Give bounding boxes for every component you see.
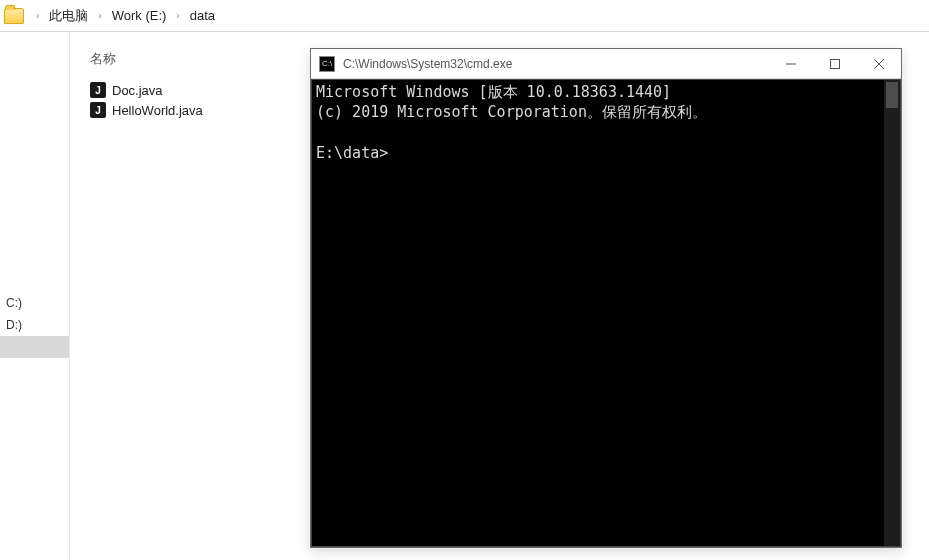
minimize-icon bbox=[786, 59, 796, 69]
list-item[interactable]: J Doc.java bbox=[88, 80, 165, 100]
sidebar-drive-d[interactable]: D:) bbox=[0, 314, 69, 336]
chevron-right-icon[interactable]: › bbox=[30, 10, 45, 21]
cmd-terminal[interactable]: Microsoft Windows [版本 10.0.18363.1440] (… bbox=[311, 79, 901, 547]
breadcrumb: › 此电脑 › Work (E:) › data bbox=[0, 0, 929, 32]
sidebar-drive-c[interactable]: C:) bbox=[0, 292, 69, 314]
file-name-label: Doc.java bbox=[112, 83, 163, 98]
scrollbar[interactable] bbox=[884, 80, 900, 546]
cmd-output-line: (c) 2019 Microsoft Corporation。保留所有权利。 bbox=[316, 103, 707, 121]
folder-icon bbox=[4, 8, 24, 24]
list-item[interactable]: J HelloWorld.java bbox=[88, 100, 205, 120]
close-icon bbox=[874, 59, 884, 69]
cmd-window[interactable]: C:\ C:\Windows\System32\cmd.exe Microsof… bbox=[310, 48, 902, 548]
close-button[interactable] bbox=[857, 49, 901, 78]
java-file-icon: J bbox=[90, 102, 106, 118]
cmd-title: C:\Windows\System32\cmd.exe bbox=[343, 57, 769, 71]
file-name-label: HelloWorld.java bbox=[112, 103, 203, 118]
minimize-button[interactable] bbox=[769, 49, 813, 78]
sidebar: C:) D:) bbox=[0, 32, 70, 560]
svg-rect-1 bbox=[831, 59, 840, 68]
chevron-right-icon[interactable]: › bbox=[170, 10, 185, 21]
breadcrumb-item-work-e[interactable]: Work (E:) bbox=[108, 4, 171, 27]
cmd-titlebar[interactable]: C:\ C:\Windows\System32\cmd.exe bbox=[311, 49, 901, 79]
cmd-prompt: E:\data> bbox=[316, 144, 388, 162]
cmd-icon: C:\ bbox=[319, 56, 335, 72]
window-controls bbox=[769, 49, 901, 78]
chevron-right-icon[interactable]: › bbox=[92, 10, 107, 21]
cmd-output-line: Microsoft Windows [版本 10.0.18363.1440] bbox=[316, 83, 671, 101]
breadcrumb-item-this-pc[interactable]: 此电脑 bbox=[45, 3, 92, 29]
sidebar-item-selected[interactable] bbox=[0, 336, 69, 358]
maximize-icon bbox=[830, 59, 840, 69]
breadcrumb-item-data[interactable]: data bbox=[186, 4, 219, 27]
java-file-icon: J bbox=[90, 82, 106, 98]
scrollbar-thumb[interactable] bbox=[886, 82, 898, 108]
maximize-button[interactable] bbox=[813, 49, 857, 78]
